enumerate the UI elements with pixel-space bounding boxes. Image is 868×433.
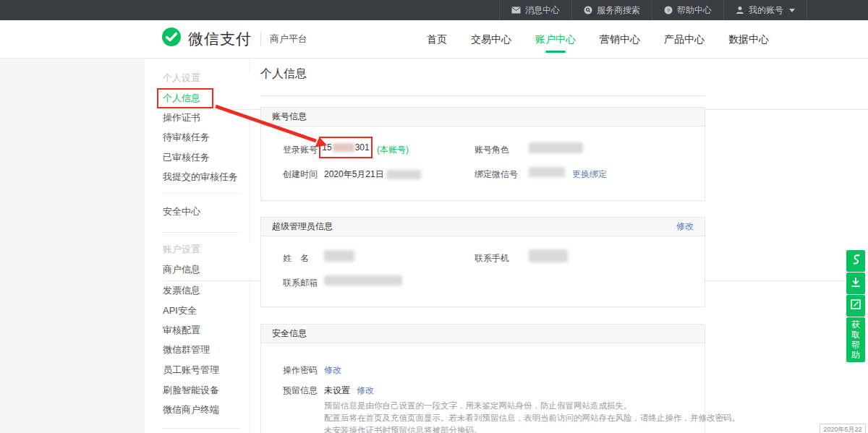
wechat-pay-logo-icon xyxy=(161,27,182,51)
search-icon xyxy=(584,6,592,14)
created-time-redacted xyxy=(386,170,421,179)
sidebar-item-pending-review[interactable]: 待审核任务 xyxy=(163,131,210,144)
get-help-char: 获 xyxy=(851,320,860,330)
topbar-help-label: 帮助中心 xyxy=(677,4,712,17)
section-account-info-title: 账号信息 xyxy=(261,108,705,127)
login-account-label: 登录账号 xyxy=(283,144,318,156)
sidebar-item-merchant-terminal[interactable]: 微信商户终端 xyxy=(163,403,219,416)
topbar-my-account[interactable]: 我的账号 xyxy=(723,0,807,20)
operation-password-label: 操作密码 xyxy=(283,364,318,377)
nav-data-center[interactable]: 数据中心 xyxy=(728,20,769,58)
admin-phone-redacted xyxy=(529,249,568,262)
reserved-info-desc-line2: 配置后将在首页及充值页面显示。若未看到预留信息，表明当前访问的网站存在风险，请终… xyxy=(324,412,740,424)
user-icon xyxy=(736,6,744,14)
brand-title: 微信支付 xyxy=(188,29,252,49)
section-security-info: 安全信息 操作密码 修改 预留信息 未设置 修改 预留信息是由你自己设置的一段文… xyxy=(260,324,705,433)
topbar-provider-search[interactable]: 服务商搜索 xyxy=(571,0,652,20)
login-account-suffix: 301 xyxy=(355,142,370,153)
admin-email-redacted xyxy=(324,275,402,286)
section-super-admin-text: 超级管理员信息 xyxy=(272,221,333,231)
admin-name-redacted xyxy=(324,250,354,262)
brand-separator xyxy=(260,32,261,46)
sidebar-item-staff-account-mgmt[interactable]: 员工账号管理 xyxy=(163,364,219,377)
header: 微信支付 商户平台 首页 交易中心 账户中心 营销中心 产品中心 数据中心 xyxy=(0,20,868,59)
sidebar-divider xyxy=(163,232,241,233)
reserved-info-desc-line1: 预留信息是由你自己设置的一段文字，用来鉴定网站身份，防止假冒网站造成损失。 xyxy=(324,400,632,412)
mail-icon xyxy=(511,7,521,14)
section-super-admin-title: 超级管理员信息修改 xyxy=(261,218,705,236)
created-time-label: 创建时间 xyxy=(283,168,318,181)
account-role-redacted xyxy=(529,142,583,153)
title-divider xyxy=(260,95,705,96)
section-account-info: 账号信息 登录账号 15301 (本账号) 账号角色 创建时间 2020年5月2… xyxy=(260,107,705,201)
login-account-value: 15301 xyxy=(319,137,373,158)
change-binding-link[interactable]: 更换绑定 xyxy=(572,168,607,181)
portal-title: 商户平台 xyxy=(270,33,307,46)
admin-name-label: 姓 名 xyxy=(283,252,309,265)
help-icon: ? xyxy=(664,6,673,14)
sidebar-item-review-config[interactable]: 审核配置 xyxy=(163,324,200,337)
hotline-icon xyxy=(851,254,861,268)
topbar-search-label: 服务商搜索 xyxy=(597,4,640,17)
sidebar-item-my-submitted-review[interactable]: 我提交的审核任务 xyxy=(163,171,238,184)
sidebar-item-api-security[interactable]: API安全 xyxy=(163,304,197,317)
feedback-button[interactable] xyxy=(846,295,865,317)
sidebar-divider xyxy=(163,193,241,194)
brand-group[interactable]: 微信支付 商户平台 xyxy=(161,20,307,58)
created-time-text: 2020年5月21日 xyxy=(324,169,384,179)
sidebar: 个人设置 个人信息 操作证书 待审核任务 已审核任务 我提交的审核任务 安全中心… xyxy=(145,59,250,433)
date-badge: 2020年5月22日 xyxy=(820,424,866,433)
wechat-pay-merchant-page: 消息中心 服务商搜索 ? 帮助中心 我的账号 xyxy=(0,0,868,433)
account-role-label: 账号角色 xyxy=(475,144,509,156)
download-button[interactable] xyxy=(846,273,865,294)
created-time-value: 2020年5月21日 xyxy=(324,168,421,181)
get-help-char: 取 xyxy=(851,330,860,340)
sidebar-item-personal-info[interactable]: 个人信息 xyxy=(163,92,200,105)
topbar-message-label: 消息中心 xyxy=(525,4,560,17)
sidebar-divider xyxy=(163,428,241,429)
operation-password-edit-link[interactable]: 修改 xyxy=(324,364,341,377)
sidebar-item-reviewed[interactable]: 已审核任务 xyxy=(163,151,210,164)
topbar-message-center[interactable]: 消息中心 xyxy=(499,0,571,20)
bound-wechat-redacted xyxy=(529,167,565,177)
admin-phone-label: 联系手机 xyxy=(475,252,509,265)
reserved-info-label: 预留信息 xyxy=(283,385,318,397)
sidebar-item-operation-cert[interactable]: 操作证书 xyxy=(163,111,200,124)
topbar: 消息中心 服务商搜索 ? 帮助中心 我的账号 xyxy=(0,0,868,20)
login-account-prefix: 15 xyxy=(322,142,331,153)
section-security-info-title: 安全信息 xyxy=(261,325,705,343)
main-content: 个人信息 账号信息 登录账号 15301 (本账号) 账号角色 创建时间 202… xyxy=(260,58,705,433)
reserved-info-edit-link[interactable]: 修改 xyxy=(357,385,374,397)
sidebar-item-wechat-group-mgmt[interactable]: 微信群管理 xyxy=(163,343,210,356)
login-account-note: (本账号) xyxy=(377,144,409,156)
edit-icon xyxy=(851,299,861,312)
nav-marketing-center[interactable]: 营销中心 xyxy=(600,20,640,58)
get-help-char: 助 xyxy=(851,350,860,360)
main-nav: 首页 交易中心 账户中心 营销中心 产品中心 数据中心 xyxy=(427,20,793,58)
section-super-admin: 超级管理员信息修改 姓 名 联系手机 联系邮箱 xyxy=(260,217,705,307)
nav-trade-center[interactable]: 交易中心 xyxy=(471,20,511,58)
hotline-button[interactable] xyxy=(846,250,865,272)
nav-account-center[interactable]: 账户中心 xyxy=(535,20,576,58)
get-help-char: 帮 xyxy=(851,340,860,350)
topbar-menu: 消息中心 服务商搜索 ? 帮助中心 我的账号 xyxy=(499,0,807,20)
page-title: 个人信息 xyxy=(260,67,307,82)
nav-home[interactable]: 首页 xyxy=(427,20,447,58)
sidebar-item-merchant-info[interactable]: 商户信息 xyxy=(163,263,200,276)
left-gutter xyxy=(0,59,145,433)
login-account-redacted xyxy=(333,143,354,152)
reserved-info-status: 未设置 xyxy=(324,385,350,397)
sidebar-item-security-center[interactable]: 安全中心 xyxy=(163,205,200,218)
download-icon xyxy=(851,277,861,291)
admin-email-label: 联系邮箱 xyxy=(283,277,318,289)
sidebar-item-face-device[interactable]: 刷脸智能设备 xyxy=(163,384,219,397)
sidebar-item-invoice-info[interactable]: 发票信息 xyxy=(163,284,200,297)
nav-product-center[interactable]: 产品中心 xyxy=(664,20,705,58)
topbar-help-center[interactable]: ? 帮助中心 xyxy=(652,0,723,20)
chevron-down-icon xyxy=(789,9,795,12)
bound-wechat-label: 绑定微信号 xyxy=(475,168,518,181)
get-help-button[interactable]: 获 取 帮 助 xyxy=(846,317,865,362)
topbar-account-label: 我的账号 xyxy=(749,4,783,17)
admin-edit-link[interactable]: 修改 xyxy=(676,218,694,236)
floating-toolbar: 获 取 帮 助 xyxy=(846,250,865,362)
